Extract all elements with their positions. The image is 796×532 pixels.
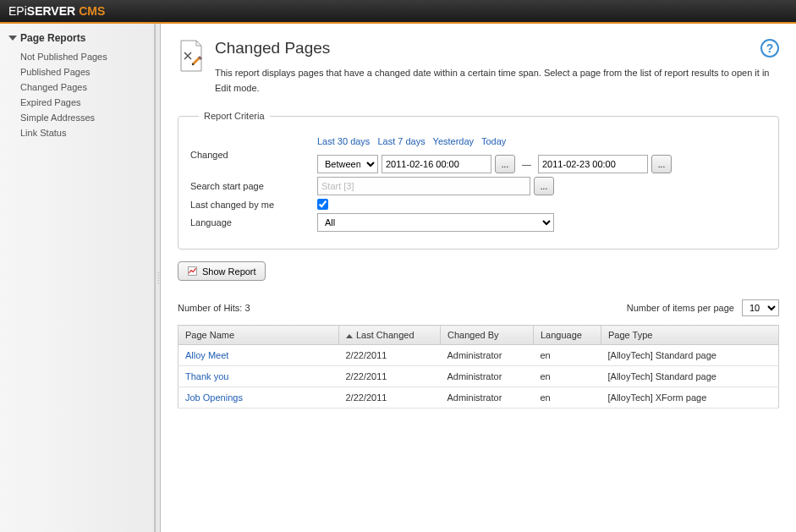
page-title: Changed Pages: [215, 39, 779, 58]
per-page-label: Number of items per page: [627, 303, 734, 313]
language-select[interactable]: All: [317, 213, 554, 232]
sidebar-item-changed[interactable]: Changed Pages: [20, 80, 154, 95]
svg-point-0: [192, 63, 194, 65]
app-logo: EPiSERVERCMS: [8, 4, 105, 18]
between-select[interactable]: Between: [317, 155, 378, 173]
report-icon: [187, 266, 198, 277]
sidebar-item-simple-addresses[interactable]: Simple Addresses: [20, 110, 154, 125]
col-page-type[interactable]: Page Type: [601, 326, 779, 345]
col-changed-by[interactable]: Changed By: [441, 326, 534, 345]
label-language: Language: [190, 217, 317, 228]
sidebar: Page Reports Not Published Pages Publish…: [0, 24, 155, 532]
quick-last-30[interactable]: Last 30 days: [317, 136, 370, 146]
hits-label: Number of Hits:: [178, 303, 242, 313]
sort-asc-icon: [346, 334, 353, 338]
logo-epi: EPi: [8, 4, 27, 18]
criteria-legend: Report Criteria: [199, 111, 270, 121]
last-changed-by-me-checkbox[interactable]: [317, 199, 328, 210]
main-content: ? Changed Pages This report displays pag…: [161, 24, 796, 532]
col-page-name[interactable]: Page Name: [178, 326, 339, 345]
row-type: [AlloyTech] XForm page: [601, 387, 779, 409]
col-last-changed-label: Last Changed: [356, 330, 414, 340]
row-by: Administrator: [441, 387, 534, 409]
row-link[interactable]: Alloy Meet: [185, 350, 228, 360]
chevron-down-icon: [8, 36, 17, 41]
row-type: [AlloyTech] Standard page: [601, 366, 779, 387]
row-type: [AlloyTech] Standard page: [601, 345, 779, 366]
sidebar-item-expired[interactable]: Expired Pages: [20, 95, 154, 110]
row-by: Administrator: [441, 366, 534, 387]
row-lang: en: [534, 387, 601, 409]
search-start-picker[interactable]: ...: [534, 177, 554, 195]
label-lcm: Last changed by me: [190, 200, 317, 210]
sidebar-item-published[interactable]: Published Pages: [20, 64, 154, 80]
logo-cms: CMS: [79, 4, 105, 18]
row-last: 2/22/2011: [339, 387, 441, 409]
row-lang: en: [534, 345, 601, 366]
drag-dots-icon: ·····: [157, 271, 158, 284]
splitter-handle[interactable]: ·····: [155, 24, 161, 532]
pager: Number of items per page 10: [627, 299, 779, 316]
sidebar-item-not-published[interactable]: Not Published Pages: [20, 49, 154, 64]
show-report-label: Show Report: [202, 266, 256, 277]
report-criteria: Report Criteria Changed Last 30 days Las…: [178, 111, 779, 250]
col-last-changed[interactable]: Last Changed: [339, 326, 441, 345]
row-lang: en: [534, 366, 601, 387]
table-row: Alloy Meet 2/22/2011 Administrator en [A…: [178, 345, 779, 366]
date-from-picker[interactable]: ...: [495, 155, 515, 173]
top-bar: EPiSERVERCMS: [0, 0, 796, 24]
quick-today[interactable]: Today: [481, 136, 506, 146]
logo-server: SERVER: [27, 4, 75, 18]
sidebar-item-link-status[interactable]: Link Status: [20, 125, 154, 140]
per-page-select[interactable]: 10: [742, 299, 779, 316]
hits-count: 3: [244, 303, 250, 313]
quick-yesterday[interactable]: Yesterday: [433, 136, 475, 146]
sidebar-title: Page Reports: [20, 32, 85, 44]
quick-last-7[interactable]: Last 7 days: [377, 136, 425, 146]
sidebar-heading[interactable]: Page Reports: [8, 32, 154, 44]
row-link[interactable]: Job Openings: [185, 392, 243, 403]
date-to-picker[interactable]: ...: [651, 155, 672, 173]
page-icon: [178, 39, 205, 73]
row-link[interactable]: Thank you: [185, 371, 228, 381]
col-language[interactable]: Language: [534, 326, 601, 345]
label-search-start: Search start page: [190, 181, 317, 191]
table-row: Job Openings 2/22/2011 Administrator en …: [178, 387, 779, 409]
row-last: 2/22/2011: [339, 366, 441, 387]
table-row: Thank you 2/22/2011 Administrator en [Al…: [178, 366, 779, 387]
help-icon[interactable]: ?: [760, 39, 779, 58]
date-to-input[interactable]: [538, 155, 648, 173]
hits-text: Number of Hits: 3: [178, 303, 250, 313]
label-changed: Changed: [190, 150, 317, 160]
row-by: Administrator: [441, 345, 534, 366]
search-start-input: [317, 177, 530, 195]
row-last: 2/22/2011: [339, 345, 441, 366]
date-from-input[interactable]: [382, 155, 491, 173]
show-report-button[interactable]: Show Report: [178, 261, 266, 281]
results-table: Page Name Last Changed Changed By Langua…: [178, 325, 779, 409]
date-range-dash: —: [522, 159, 531, 169]
page-description: This report displays pages that have a c…: [215, 66, 773, 96]
